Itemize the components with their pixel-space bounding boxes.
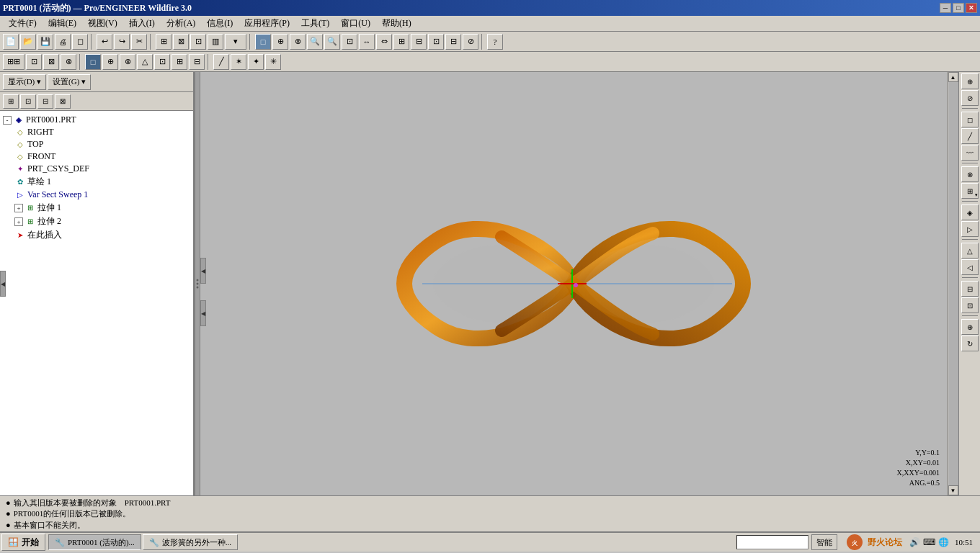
tb2-btn14[interactable]: ✦ <box>248 54 264 70</box>
tb2-btn6[interactable]: ⊕ <box>102 54 118 70</box>
btn14[interactable]: ▾ <box>225 34 246 50</box>
rt-btn6[interactable]: ⊗ <box>961 166 979 182</box>
expand-extrude2[interactable]: + <box>14 217 23 226</box>
tree-btn1[interactable]: ⊞ <box>3 94 19 109</box>
menu-help[interactable]: 帮助(H) <box>376 16 417 31</box>
tb2-btn13[interactable]: ✶ <box>231 54 246 70</box>
expand-root[interactable]: - <box>3 116 12 125</box>
minimize-button[interactable]: ─ <box>940 3 951 13</box>
tb2-btn12[interactable]: ╱ <box>213 54 229 70</box>
tb2-btn4[interactable]: ⊗ <box>61 54 76 70</box>
display-dropdown[interactable]: 显示(D) ▾ <box>3 74 46 90</box>
taskbar-item-1[interactable]: 🔧 PRT0001 (活动的)... <box>48 534 141 550</box>
maximize-button[interactable]: □ <box>953 3 964 13</box>
settings-dropdown[interactable]: 设置(G) ▾ <box>48 74 91 90</box>
tb2-btn2[interactable]: ⊡ <box>26 54 42 70</box>
menu-analysis[interactable]: 分析(A) <box>161 16 202 31</box>
tb2-btn7[interactable]: ⊗ <box>120 54 135 70</box>
new-btn[interactable]: 📄 <box>3 34 19 50</box>
tb2-btn11[interactable]: ⊟ <box>189 54 205 70</box>
rt-btn7[interactable]: ⊞▾ <box>961 183 979 199</box>
tb2-btn1[interactable]: ⊞⊞ <box>3 54 24 70</box>
viewport[interactable]: Y,Y=0.1 X,XY=0.01 X,XXY=0.001 ANG.=0.5 ◀… <box>200 72 947 495</box>
menu-insert[interactable]: 插入(I) <box>123 16 161 31</box>
tree-item-root[interactable]: - ◈ PRT0001.PRT <box>1 114 192 126</box>
btn17[interactable]: ⊗ <box>290 34 306 50</box>
cut-btn[interactable]: ✂ <box>131 34 147 50</box>
undo-btn[interactable]: ↩ <box>97 34 112 50</box>
rt-btn9[interactable]: ▷ <box>961 221 979 237</box>
start-button[interactable]: 🪟 开始 <box>1 534 45 551</box>
tree-btn2[interactable]: ⊡ <box>20 94 36 109</box>
menu-window[interactable]: 窗口(U) <box>335 16 376 31</box>
btn12[interactable]: ⊡ <box>190 34 206 50</box>
btn23[interactable]: ⊞ <box>393 34 409 50</box>
tb2-btn3[interactable]: ⊠ <box>43 54 59 70</box>
open-btn[interactable]: 📂 <box>20 34 36 50</box>
rt-btn10[interactable]: △ <box>961 243 979 258</box>
scroll-up[interactable]: ▲ <box>948 72 958 82</box>
viewport-arrow-left[interactable]: ◀ <box>200 258 206 284</box>
taskbar-item-2[interactable]: 🔧 波形簧的另外一种... <box>143 534 238 550</box>
btn13[interactable]: ▥ <box>208 34 223 50</box>
btn15[interactable]: □ <box>255 34 271 50</box>
smart-input[interactable] <box>736 535 808 549</box>
tb2-btn5[interactable]: □ <box>85 54 101 70</box>
btn16[interactable]: ⊕ <box>272 34 288 50</box>
rt-btn4[interactable]: ╱ <box>961 128 979 144</box>
canvas[interactable]: Y,Y=0.1 X,XY=0.01 X,XXY=0.001 ANG.=0.5 ◀… <box>200 72 947 495</box>
tree-item-sweep1[interactable]: ▷ Var Sect Sweep 1 <box>1 189 192 201</box>
fit-btn[interactable]: ⊡ <box>342 34 357 50</box>
close-button[interactable]: ✕ <box>966 3 977 13</box>
rt-btn8[interactable]: ◈ <box>961 204 979 220</box>
smart-button[interactable]: 智能 <box>811 534 837 550</box>
scroll-down[interactable]: ▼ <box>948 485 958 495</box>
print-btn[interactable]: 🖨 <box>55 34 71 50</box>
btn11[interactable]: ⊠ <box>173 34 189 50</box>
btn5[interactable]: ◻ <box>72 34 88 50</box>
expand-extrude1[interactable]: + <box>14 204 23 212</box>
tree-item-front[interactable]: ◇ FRONT <box>1 150 192 163</box>
zoom-in-btn[interactable]: 🔍 <box>307 34 323 50</box>
tree-item-top[interactable]: ◇ TOP <box>1 138 192 150</box>
menu-edit[interactable]: 编辑(E) <box>43 16 82 31</box>
btn25[interactable]: ⊡ <box>428 34 444 50</box>
rt-btn13[interactable]: ⊡ <box>961 297 979 313</box>
redo-btn[interactable]: ↪ <box>114 34 130 50</box>
tb2-btn9[interactable]: ⊡ <box>154 54 170 70</box>
rt-btn3[interactable]: ◻ <box>961 112 979 127</box>
menu-app[interactable]: 应用程序(P) <box>239 16 295 31</box>
splitter-left[interactable] <box>195 72 200 495</box>
btn21[interactable]: ↔ <box>359 34 375 50</box>
menu-file[interactable]: 文件(F) <box>3 16 43 31</box>
tree-item-extrude2[interactable]: + ⊞ 拉伸 2 <box>1 215 192 228</box>
menu-info[interactable]: 信息(I) <box>201 16 239 31</box>
btn22[interactable]: ⇔ <box>376 34 392 50</box>
tree-item-csys[interactable]: ✦ PRT_CSYS_DEF <box>1 163 192 175</box>
tree-item-extrude1[interactable]: + ⊞ 拉伸 1 <box>1 201 192 215</box>
btn10[interactable]: ⊞ <box>156 34 172 50</box>
tree-btn4[interactable]: ⊠ <box>55 94 71 109</box>
rt-btn14[interactable]: ⊕ <box>961 319 979 335</box>
viewport-arrow-left2[interactable]: ◀ <box>200 300 206 326</box>
zoom-out-btn[interactable]: 🔍 <box>324 34 340 50</box>
btn24[interactable]: ⊟ <box>411 34 427 50</box>
btn26[interactable]: ⊟ <box>445 34 461 50</box>
tb2-btn15[interactable]: ✳ <box>265 54 281 70</box>
btn28[interactable]: ? <box>487 34 503 50</box>
scroll-track[interactable] <box>948 82 958 485</box>
btn27[interactable]: ⊘ <box>463 34 478 50</box>
rt-btn15[interactable]: ↻ <box>961 336 979 351</box>
save-btn[interactable]: 💾 <box>37 34 53 50</box>
tb2-btn10[interactable]: ⊞ <box>172 54 187 70</box>
rt-btn1[interactable]: ⊕ <box>961 73 979 89</box>
tree-item-right[interactable]: ◇ RIGHT <box>1 126 192 138</box>
menu-view[interactable]: 视图(V) <box>82 16 123 31</box>
tb2-btn8[interactable]: △ <box>137 54 153 70</box>
rt-btn5[interactable]: 〰 <box>961 145 979 161</box>
rt-btn2[interactable]: ⊘ <box>961 90 979 106</box>
panel-collapse-left[interactable]: ◀ <box>0 271 6 297</box>
tree-item-sketch1[interactable]: ✿ 草绘 1 <box>1 175 192 189</box>
rt-btn12[interactable]: ⊟ <box>961 281 979 297</box>
tree-btn3[interactable]: ⊟ <box>37 94 53 109</box>
